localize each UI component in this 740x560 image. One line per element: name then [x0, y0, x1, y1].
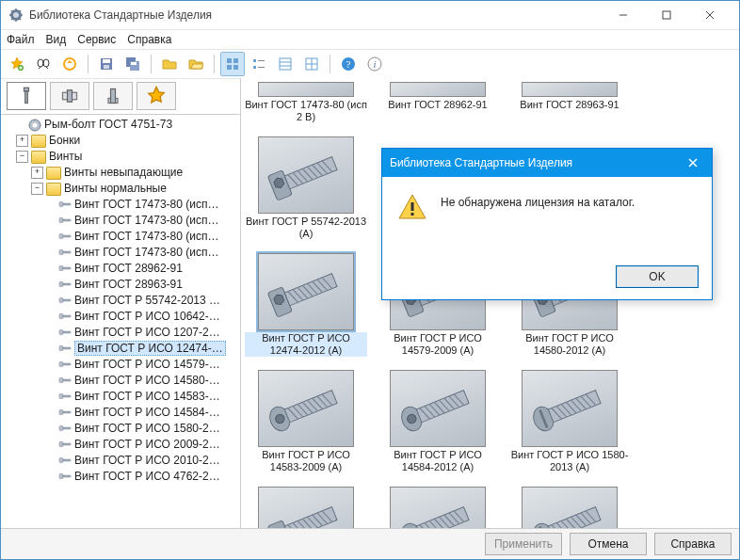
dialog-message: Не обнаружена лицензия на каталог. [441, 192, 635, 225]
svg-rect-101 [411, 202, 414, 211]
dialog-footer: OK [616, 265, 699, 288]
dialog-title: Библиотека Стандартные Изделия [390, 156, 572, 169]
app-window: Библиотека Стандартные Изделия Файл Вид … [0, 0, 740, 560]
dialog-titlebar: Библиотека Стандартные Изделия [382, 149, 712, 177]
dialog-ok-button[interactable]: OK [616, 265, 699, 288]
dialog-body: Не обнаружена лицензия на каталог. [382, 177, 712, 225]
modal-overlay: Библиотека Стандартные Изделия Не обнару… [1, 1, 739, 559]
dialog-close-button[interactable] [674, 149, 712, 177]
svg-rect-102 [411, 213, 414, 216]
warning-icon [397, 192, 427, 225]
dialog: Библиотека Стандартные Изделия Не обнару… [381, 148, 713, 300]
